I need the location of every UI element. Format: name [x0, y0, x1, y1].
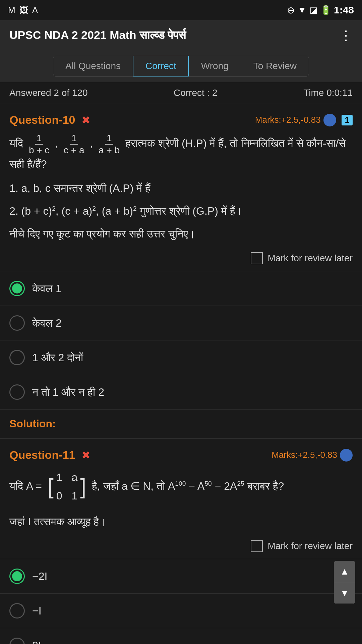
- answer-options-10: केवल 1 केवल 2 1 और 2 दोनों न तो 1 और न ह…: [0, 271, 362, 410]
- review-checkbox-10[interactable]: [251, 252, 263, 264]
- scroll-up-button[interactable]: ▲: [334, 561, 355, 582]
- tab-all-questions[interactable]: All Questions: [53, 56, 133, 76]
- correct-count: Correct : 2: [174, 88, 218, 98]
- app-title: UPSC NDA 2 2021 Math साल्व्ड पेपर्स: [9, 29, 186, 42]
- question-10-wrong-icon: ✖: [81, 114, 90, 126]
- question-11-marks: Marks:+2.5,-0.83: [272, 449, 353, 462]
- question-10-stmt2: 2. (b + c)2, (c + a)2, (a + b)2 गुणोत्तर…: [9, 202, 353, 221]
- radio-11-3[interactable]: [9, 638, 25, 644]
- status-bar: M 🖼 A ⊖ ▼ ◪ 🔋 1:48: [0, 0, 362, 20]
- scroll-down-button[interactable]: ▼: [334, 582, 355, 604]
- radio-inner-11-1: [12, 571, 22, 581]
- question-11-header: Question-11 ✖ Marks:+2.5,-0.83: [9, 448, 353, 462]
- tab-to-review[interactable]: To Review: [241, 56, 309, 76]
- status-icons-left: M 🖼 A: [8, 5, 38, 15]
- answer-options-11: −2I −I 2I: [0, 559, 362, 644]
- radio-10-2[interactable]: [9, 315, 25, 331]
- question-11-sub: जहां I तत्समक आव्यूह है।: [9, 512, 353, 532]
- answer-option-11-2[interactable]: −I: [0, 594, 362, 628]
- tab-wrong[interactable]: Wrong: [189, 56, 241, 76]
- battery-icon: 🔋: [320, 5, 331, 15]
- question-10-text: यदि 1 b + c , 1 c + a , 1 a + b हरात्मक …: [9, 132, 353, 173]
- answer-option-11-3[interactable]: 2I: [0, 628, 362, 644]
- stats-bar: Answered 2 of 120 Correct : 2 Time 0:0:1…: [0, 82, 362, 104]
- question-11-wrong-icon: ✖: [81, 449, 90, 461]
- bug-icon-11[interactable]: [340, 449, 353, 462]
- answer-option-11-1[interactable]: −2I: [0, 559, 362, 594]
- signal-icon: ◪: [309, 5, 318, 15]
- app-bar: UPSC NDA 2 2021 Math साल्व्ड पेपर्स ⋮: [0, 20, 362, 50]
- overflow-menu-icon[interactable]: ⋮: [339, 28, 353, 43]
- mark-review-row-10: Mark for review later: [9, 247, 353, 271]
- solution-section-10: Solution:: [0, 410, 362, 439]
- tab-bar: All Questions Correct Wrong To Review: [0, 50, 362, 82]
- question-10-stmt1: 1. a, b, c समान्तर श्रेणी (A.P) में हैं: [9, 179, 353, 198]
- bug-icon[interactable]: [323, 114, 336, 126]
- app-icon-a: A: [32, 5, 38, 15]
- status-right: ⊖ ▼ ◪ 🔋 1:48: [287, 4, 354, 16]
- matrix-q11: [ 1 a 0 1 ]: [48, 468, 86, 506]
- answered-count: Answered 2 of 120: [9, 88, 88, 98]
- tab-correct[interactable]: Correct: [133, 56, 189, 76]
- question-11-card: Question-11 ✖ Marks:+2.5,-0.83 यदि A = […: [0, 439, 362, 559]
- question-10-card: Question-10 ✖ Marks:+2.5,-0.83 1 यदि 1 b…: [0, 104, 362, 271]
- wifi-icon: ▼: [297, 5, 307, 15]
- mail-icon: M: [8, 5, 15, 15]
- radio-10-3[interactable]: [9, 350, 25, 365]
- question-10-title: Question-10 ✖: [9, 113, 90, 126]
- question-11-title: Question-11 ✖: [9, 448, 90, 462]
- answer-option-10-2[interactable]: केवल 2: [0, 306, 362, 340]
- question-10-header: Question-10 ✖ Marks:+2.5,-0.83 1: [9, 113, 353, 126]
- radio-11-1[interactable]: [9, 569, 25, 584]
- do-not-disturb-icon: ⊖: [287, 5, 295, 16]
- photo-icon: 🖼: [19, 5, 28, 15]
- answer-option-10-3[interactable]: 1 और 2 दोनों: [0, 340, 362, 375]
- scroll-controls: ▲ ▼: [334, 561, 355, 604]
- review-checkbox-11[interactable]: [251, 540, 263, 552]
- answer-option-10-1[interactable]: केवल 1: [0, 271, 362, 306]
- question-11-text: यदि A = [ 1 a 0 1 ] है, जहाँ a ∈ N, तो A…: [9, 468, 353, 506]
- mark-review-row-11: Mark for review later: [9, 535, 353, 559]
- radio-inner-10-1: [12, 283, 22, 293]
- question-10-marks: Marks:+2.5,-0.83 1: [255, 114, 353, 126]
- radio-11-2[interactable]: [9, 603, 25, 619]
- time-elapsed: Time 0:0:11: [303, 88, 353, 98]
- radio-10-1[interactable]: [9, 281, 25, 296]
- radio-10-4[interactable]: [9, 384, 25, 400]
- question-10-instruction: नीचे दिए गए कूट का प्रयोग कर सही उत्तर च…: [9, 224, 353, 244]
- answer-option-10-4[interactable]: न तो 1 और न ही 2: [0, 375, 362, 410]
- time-display: 1:48: [334, 4, 354, 16]
